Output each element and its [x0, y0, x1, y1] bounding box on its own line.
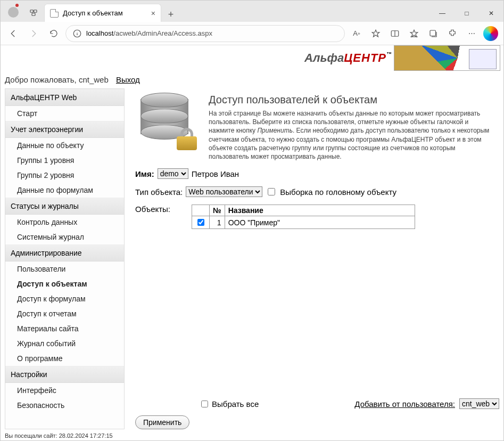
profile-icon[interactable]: [4, 3, 23, 22]
page-description: На этой странице Вы можете назначить объ…: [209, 109, 494, 161]
sidebar-item-about[interactable]: О программе: [5, 351, 124, 366]
url-path: /acweb/AdminArea/Access.aspx: [113, 29, 212, 37]
tab-title: Доступ к объектам: [63, 9, 123, 17]
sidebar-item-access-objects[interactable]: Доступ к объектам: [5, 276, 124, 291]
window-minimize[interactable]: ―: [430, 5, 455, 22]
sidebar-section: Статусы и журналы: [5, 198, 124, 215]
address-bar[interactable]: localhost/acweb/AdminArea/Access.aspx: [65, 25, 345, 42]
type-label: Тип объекта:: [135, 187, 183, 197]
sidebar-section: Администрирование: [5, 244, 124, 262]
sidebar-section: АльфаЦЕНТР Web: [5, 89, 124, 106]
sidebar-item-data-control[interactable]: Контроль данных: [5, 215, 124, 230]
add-from-select[interactable]: cnt_web: [459, 398, 499, 409]
row-name: ООО "Пример": [225, 216, 415, 229]
logout-link[interactable]: Выход: [116, 75, 140, 84]
svg-rect-2: [32, 13, 35, 16]
database-lock-icon: [135, 88, 199, 152]
add-from-label: Добавить от пользователя:: [354, 399, 455, 409]
read-aloud-icon[interactable]: A»: [348, 25, 365, 42]
sidebar-item-site-materials[interactable]: Материалы сайта: [5, 321, 124, 336]
collections-icon[interactable]: [425, 25, 442, 42]
table-row: 1 ООО "Пример": [192, 216, 415, 229]
back-button[interactable]: [5, 25, 22, 42]
page-title: Доступ пользователей к объектам: [209, 94, 494, 106]
workspaces-icon[interactable]: [23, 4, 44, 22]
user-select[interactable]: demo: [158, 168, 188, 179]
user-fullname: Петров Иван: [192, 169, 239, 178]
sidebar-item-object-data[interactable]: Данные по объекту: [5, 138, 124, 153]
sidebar-item-groups2[interactable]: Группы 2 уровня: [5, 168, 124, 183]
refresh-button[interactable]: [45, 25, 62, 42]
sidebar-item-groups1[interactable]: Группы 1 уровня: [5, 153, 124, 168]
sidebar-item-access-formulas[interactable]: Доступ к формулам: [5, 291, 124, 306]
filter-checkbox[interactable]: [268, 188, 275, 195]
select-all-checkbox[interactable]: [201, 401, 208, 407]
sidebar-item-event-log[interactable]: Журнал событий: [5, 336, 124, 351]
window-titlebar: Доступ к объектам × + ― □ ✕: [1, 1, 503, 22]
sidebar-item-security[interactable]: Безопасность: [5, 398, 124, 413]
new-tab-button[interactable]: +: [163, 7, 178, 22]
col-name: Название: [225, 205, 415, 216]
welcome-text: Добро пожаловать, cnt_web: [5, 75, 109, 84]
app-logo-graphic: [394, 45, 500, 71]
objects-table: № Название 1 ООО "Пример": [192, 205, 415, 229]
info-icon: [72, 29, 82, 38]
row-num: 1: [210, 216, 225, 229]
browser-toolbar: localhost/acweb/AdminArea/Access.aspx A»…: [1, 22, 503, 45]
col-check: [192, 205, 210, 216]
copilot-icon[interactable]: [482, 25, 499, 42]
app-banner: АльфаЦЕНТР™: [1, 45, 503, 73]
app-logo-text: АльфаЦЕНТР™: [304, 51, 392, 65]
forward-button[interactable]: [25, 25, 42, 42]
window-close[interactable]: ✕: [479, 5, 503, 22]
svg-rect-0: [30, 10, 33, 13]
col-num: №: [210, 205, 225, 216]
svg-rect-5: [430, 30, 436, 36]
window-maximize[interactable]: □: [455, 5, 479, 22]
apply-button[interactable]: Применить: [135, 415, 189, 429]
sidebar-item-access-reports[interactable]: Доступ к отчетам: [5, 306, 124, 321]
sidebar-section: Настройки: [5, 366, 124, 383]
filter-label: Выборка по головному объекту: [280, 187, 396, 197]
visit-note: Вы посещали сайт: 28.02.2024 17:27:15: [1, 429, 503, 440]
row-checkbox[interactable]: [197, 219, 204, 226]
favorite-icon[interactable]: [367, 25, 384, 42]
sidebar-section: Учет электроэнергии: [5, 121, 124, 138]
browser-tab[interactable]: Доступ к объектам ×: [44, 4, 161, 22]
sidebar: АльфаЦЕНТР Web Старт Учет электроэнергии…: [5, 88, 125, 429]
sidebar-item-start[interactable]: Старт: [5, 106, 124, 121]
svg-rect-1: [34, 10, 37, 13]
extensions-icon[interactable]: [444, 25, 461, 42]
objects-label: Объекты:: [135, 205, 170, 214]
split-icon[interactable]: [386, 25, 403, 42]
url-host: localhost: [86, 29, 113, 37]
sidebar-item-formula-data[interactable]: Данные по формулам: [5, 183, 124, 198]
select-all-label: Выбрать все: [212, 399, 259, 409]
more-icon[interactable]: ⋯: [463, 25, 480, 42]
sidebar-item-users[interactable]: Пользователи: [5, 262, 124, 276]
sidebar-item-syslog[interactable]: Системный журнал: [5, 230, 124, 244]
close-tab-icon[interactable]: ×: [151, 9, 155, 18]
page-icon: [50, 9, 59, 18]
favorites-bar-icon[interactable]: [406, 25, 423, 42]
sidebar-item-interface[interactable]: Интерфейс: [5, 383, 124, 398]
name-label: Имя:: [135, 169, 154, 178]
type-select[interactable]: Web пользователи: [186, 186, 262, 197]
